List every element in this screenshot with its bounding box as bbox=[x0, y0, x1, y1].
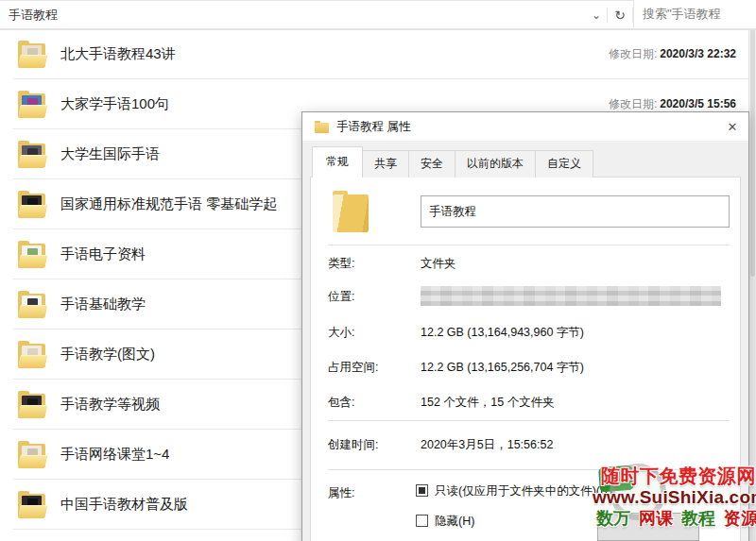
hidden-checkbox[interactable] bbox=[416, 515, 428, 527]
explorer-topbar: 手语教程 ⌄ ↻ 搜索"手语教程 bbox=[0, 0, 756, 30]
folder-icon bbox=[17, 390, 48, 419]
info-row-size: 大小: 12.2 GB (13,164,943,960 字节) bbox=[311, 322, 740, 343]
refresh-icon[interactable]: ↻ bbox=[607, 8, 633, 23]
tab-previous-versions[interactable]: 以前的版本 bbox=[455, 150, 536, 178]
chevron-down-icon[interactable]: ⌄ bbox=[586, 1, 607, 28]
dialog-tabs: 常规 共享 安全 以前的版本 自定义 bbox=[312, 151, 593, 178]
divider bbox=[328, 245, 730, 245]
search-input[interactable]: 搜索"手语教程 bbox=[634, 0, 756, 29]
info-row-type: 类型: 文件夹 bbox=[311, 253, 740, 274]
info-row-created: 创建时间: 2020年3月5日，15:56:52 bbox=[311, 434, 740, 455]
close-icon[interactable]: ✕ bbox=[716, 112, 748, 141]
info-row-location: 位置: bbox=[311, 286, 740, 307]
file-row[interactable]: 北大手语教程43讲 修改日期:2020/3/3 22:32 bbox=[0, 29, 749, 79]
folder-icon bbox=[17, 90, 48, 119]
folder-icon bbox=[17, 190, 48, 219]
tab-customize[interactable]: 自定义 bbox=[535, 150, 593, 178]
dialog-title: 手语教程 属性 bbox=[336, 119, 716, 135]
attributes-readonly-row: 属性: 只读(仅应用于文件夹中的文件)(R) bbox=[311, 482, 740, 501]
folder-icon bbox=[17, 490, 48, 519]
info-row-contains: 包含: 152 个文件，15 个文件夹 bbox=[311, 392, 740, 413]
folder-icon bbox=[17, 240, 48, 269]
advanced-button[interactable] bbox=[597, 513, 699, 541]
folder-icon bbox=[17, 340, 48, 369]
tab-sharing[interactable]: 共享 bbox=[362, 150, 409, 178]
scrollbar-thumb[interactable] bbox=[750, 29, 755, 277]
address-bar[interactable]: 手语教程 ⌄ ↻ bbox=[0, 0, 634, 29]
readonly-checkbox[interactable] bbox=[416, 484, 428, 497]
folder-icon bbox=[17, 440, 48, 469]
tab-security[interactable]: 安全 bbox=[408, 150, 455, 178]
file-date: 修改日期:2020/3/3 22:32 bbox=[609, 46, 736, 62]
general-tab-panel: 手语教程 类型: 文件夹 位置: 大小: 12.2 GB (13,164,943… bbox=[310, 177, 741, 541]
divider bbox=[328, 420, 730, 421]
folder-icon bbox=[17, 290, 48, 319]
file-name: 北大手语教程43讲 bbox=[60, 45, 609, 63]
folder-icon bbox=[17, 40, 48, 69]
address-path: 手语教程 bbox=[0, 7, 586, 24]
folder-icon bbox=[315, 121, 329, 133]
divider bbox=[328, 469, 730, 470]
folder-name-input[interactable]: 手语教程 bbox=[421, 195, 730, 228]
search-text: 搜索"手语教程 bbox=[634, 6, 721, 23]
properties-dialog: 手语教程 属性 ✕ 常规 共享 安全 以前的版本 自定义 手语教程 类型: 文件… bbox=[301, 111, 749, 541]
folder-icon bbox=[333, 191, 369, 232]
info-row-size-on-disk: 占用空间: 12.2 GB (13,165,256,704 字节) bbox=[311, 357, 740, 378]
file-date: 修改日期:2020/3/5 15:56 bbox=[609, 96, 736, 112]
dialog-titlebar[interactable]: 手语教程 属性 ✕ bbox=[302, 112, 748, 141]
vertical-scrollbar[interactable] bbox=[748, 29, 756, 541]
tab-general[interactable]: 常规 bbox=[312, 146, 363, 178]
blurred-location-value bbox=[421, 286, 721, 306]
folder-icon bbox=[17, 140, 48, 169]
